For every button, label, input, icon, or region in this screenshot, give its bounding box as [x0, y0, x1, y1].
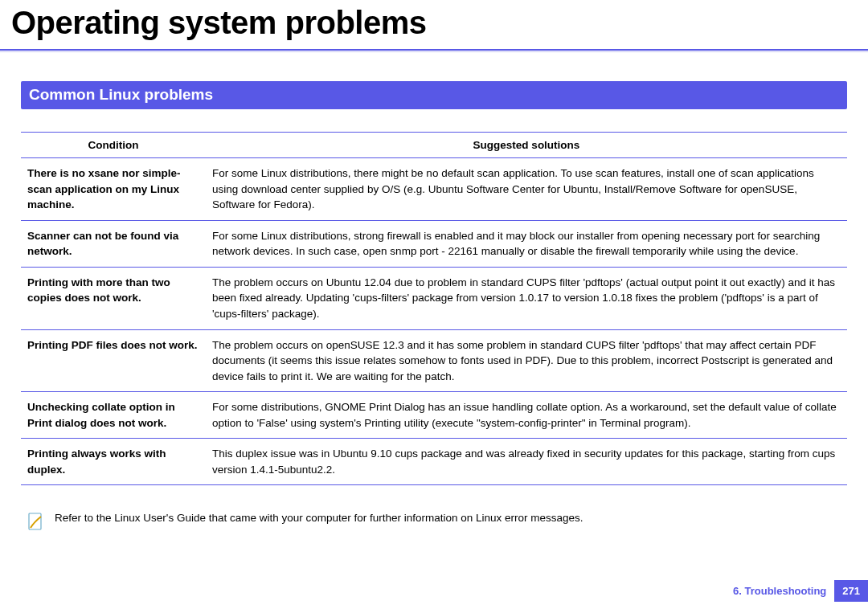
- note: Refer to the Linux User's Guide that cam…: [21, 511, 847, 530]
- solution-cell: For some Linux distributions, there migh…: [206, 158, 847, 221]
- solution-cell: The problem occurs on openSUSE 12.3 and …: [206, 329, 847, 392]
- note-icon: [27, 513, 43, 530]
- col-solutions: Suggested solutions: [206, 133, 847, 158]
- section-header: Common Linux problems: [21, 81, 847, 109]
- condition-cell: Printing PDF files does not work.: [21, 329, 206, 392]
- note-text: Refer to the Linux User's Guide that cam…: [55, 511, 583, 526]
- content-area: Common Linux problems Condition Suggeste…: [0, 52, 868, 530]
- condition-cell: Printing with more than two copies does …: [21, 267, 206, 329]
- page-title: Operating system problems: [0, 0, 868, 49]
- table-row: Scanner can not be found via network. Fo…: [21, 220, 847, 267]
- problems-table: Condition Suggested solutions There is n…: [21, 132, 847, 485]
- col-condition: Condition: [21, 133, 206, 158]
- footer-chapter: 6. Troubleshooting: [733, 580, 834, 602]
- table-row: There is no xsane nor simple-scan applic…: [21, 158, 847, 221]
- table-row: Printing always works with duplex. This …: [21, 439, 847, 485]
- condition-cell: There is no xsane nor simple-scan applic…: [21, 158, 206, 221]
- solution-cell: This duplex issue was in Ubuntu 9.10 cup…: [206, 439, 847, 485]
- condition-cell: Printing always works with duplex.: [21, 439, 206, 485]
- condition-cell: Unchecking collate option in Print dialo…: [21, 392, 206, 439]
- table-row: Printing PDF files does not work. The pr…: [21, 329, 847, 392]
- table-row: Unchecking collate option in Print dialo…: [21, 392, 847, 439]
- solution-cell: For some distributions, GNOME Print Dial…: [206, 392, 847, 439]
- solution-cell: For some Linux distributions, strong fir…: [206, 220, 847, 267]
- solution-cell: The problem occurs on Ubuntu 12.04 due t…: [206, 267, 847, 329]
- footer-page-number: 271: [834, 580, 868, 602]
- table-header-row: Condition Suggested solutions: [21, 133, 847, 158]
- page-footer: 6. Troubleshooting 271: [733, 580, 868, 602]
- table-row: Printing with more than two copies does …: [21, 267, 847, 329]
- title-rule: [0, 49, 868, 51]
- condition-cell: Scanner can not be found via network.: [21, 220, 206, 267]
